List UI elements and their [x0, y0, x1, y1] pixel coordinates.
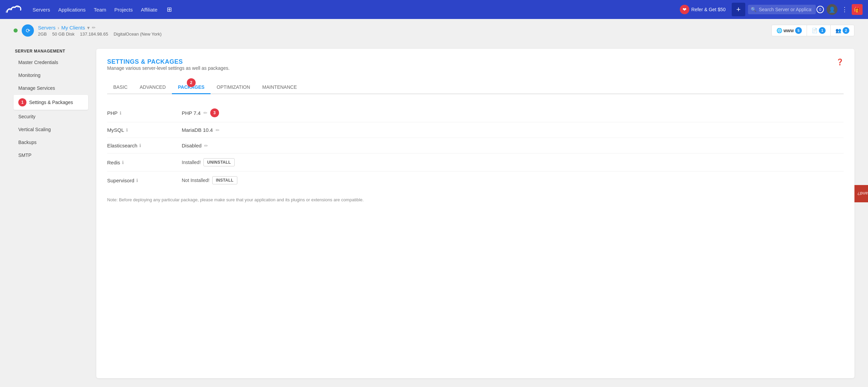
server-provider: DigitalOcean (New York) [114, 32, 162, 37]
bc-stat-users[interactable]: 👥 2 [831, 25, 854, 36]
server-ram: 2GB [38, 32, 47, 37]
tab-step-badge: 2 [187, 78, 196, 87]
pkg-val-mysql: MariaDB 10.4 ✏ [182, 127, 220, 133]
www-icon: 🌐 [776, 28, 782, 33]
supervisord-install-button[interactable]: INSTALL [212, 176, 237, 184]
sidebar-item-backups[interactable]: Backups [14, 136, 88, 148]
nav-servers[interactable]: Servers [33, 7, 50, 13]
server-ip: 137.184.98.65 [80, 32, 108, 37]
files-count: 1 [819, 27, 826, 34]
breadcrumb-area: ⟳ Servers › My Clients ▾ ✏ 2GB 50 GB Dis… [0, 19, 868, 42]
breadcrumb-chevron: › [58, 25, 59, 30]
pkg-val-elasticsearch: Disabled ✏ [182, 143, 208, 148]
server-meta: 2GB 50 GB Disk 137.184.98.65 DigitalOcea… [38, 32, 162, 37]
packages-list: PHP ℹ PHP 7.4 ✏ 3 MySQL ℹ MariaDB 10.4 ✏ [107, 104, 844, 189]
users-icon: 👥 [835, 28, 841, 33]
main-layout: Server Management Master Credentials Mon… [0, 42, 868, 385]
panel-title: SETTINGS & PACKAGES [107, 58, 230, 65]
breadcrumb-path: Servers › My Clients ▾ ✏ [38, 25, 162, 31]
panel-header: SETTINGS & PACKAGES Manage various serve… [107, 58, 844, 79]
pkg-name-php: PHP ℹ [107, 110, 182, 116]
elasticsearch-edit-icon[interactable]: ✏ [204, 143, 208, 148]
server-logo: ⟳ [22, 24, 34, 37]
more-options-button[interactable]: ⋮ [840, 4, 849, 15]
redis-uninstall-button[interactable]: UNINSTALL [203, 158, 235, 166]
search-wrap: 🔍 [748, 5, 816, 14]
search-input[interactable] [748, 5, 816, 14]
users-count: 2 [843, 27, 849, 34]
pkg-row-supervisord: Supervisord ℹ Not Installed! INSTALL [107, 171, 844, 189]
tab-maintenance[interactable]: MAINTENANCE [256, 81, 303, 94]
tab-advanced[interactable]: ADVANCED [134, 81, 172, 94]
tab-packages[interactable]: 2 PACKAGES [172, 81, 211, 94]
tab-basic[interactable]: BASIC [107, 81, 134, 94]
sidebar-item-smtp[interactable]: SMTP [14, 149, 88, 161]
user-avatar[interactable]: 👤 [827, 4, 837, 15]
redis-info-icon[interactable]: ℹ [122, 160, 124, 165]
pkg-val-php: PHP 7.4 ✏ 3 [182, 108, 219, 117]
package-note: Note: Before deploying any particular pa… [107, 195, 844, 202]
php-edit-icon[interactable]: ✏ [203, 110, 208, 116]
nav-team[interactable]: Team [94, 7, 106, 13]
logo[interactable] [5, 4, 22, 15]
pkg-row-mysql: MySQL ℹ MariaDB 10.4 ✏ [107, 122, 844, 138]
pkg-name-elasticsearch: Elasticsearch ℹ [107, 143, 182, 148]
sidebar-item-settings-packages[interactable]: 1 Settings & Packages [14, 95, 88, 110]
sidebar-item-manage-services[interactable]: Manage Services [14, 82, 88, 94]
pkg-name-supervisord: Supervisord ℹ [107, 178, 182, 183]
feedback-tab[interactable]: Need a hand? [855, 185, 868, 202]
pkg-val-redis: Installed! UNINSTALL [182, 158, 235, 166]
content-panel: SETTINGS & PACKAGES Manage various serve… [96, 49, 854, 378]
files-icon: 📄 [812, 28, 817, 33]
sidebar-item-master-credentials[interactable]: Master Credentials [14, 56, 88, 68]
sidebar-item-monitoring[interactable]: Monitoring [14, 69, 88, 81]
step-badge-1: 1 [18, 98, 26, 106]
supervisord-info-icon[interactable]: ℹ [136, 178, 138, 183]
bc-stat-www[interactable]: 🌐 www 5 [772, 25, 807, 36]
server-name-link[interactable]: My Clients [61, 25, 85, 30]
sidebar: Server Management Master Credentials Mon… [14, 49, 88, 378]
nav-affiliate[interactable]: Affiliate [141, 7, 157, 13]
breadcrumb-right: 🌐 www 5 📄 1 👥 2 [771, 25, 854, 36]
server-status-dot [14, 28, 18, 33]
navbar: Servers Applications Team Projects Affil… [0, 0, 868, 19]
mysql-info-icon[interactable]: ℹ [126, 127, 128, 133]
notification-badge[interactable]: 0 [816, 6, 824, 13]
refer-button[interactable]: ❤ Refer & Get $50 [676, 3, 729, 16]
pkg-val-supervisord: Not Installed! INSTALL [182, 176, 237, 184]
php-step-badge: 3 [210, 108, 219, 117]
bc-stat-files[interactable]: 📄 1 [807, 25, 831, 36]
server-dropdown-icon[interactable]: ▾ [87, 25, 90, 31]
add-button[interactable]: + [732, 3, 745, 16]
gift-button[interactable]: 🎁 [852, 4, 863, 15]
servers-link[interactable]: Servers [38, 25, 56, 30]
sidebar-item-security[interactable]: Security [14, 110, 88, 123]
grid-button[interactable]: ⊞ [165, 4, 173, 15]
panel-description: Manage various server-level settings as … [107, 65, 230, 71]
nav-projects[interactable]: Projects [114, 7, 133, 13]
mysql-edit-icon[interactable]: ✏ [216, 127, 220, 133]
pkg-row-elasticsearch: Elasticsearch ℹ Disabled ✏ [107, 138, 844, 154]
server-edit-icon[interactable]: ✏ [92, 25, 96, 30]
pkg-row-redis: Redis ℹ Installed! UNINSTALL [107, 154, 844, 171]
pkg-name-redis: Redis ℹ [107, 160, 182, 165]
elasticsearch-info-icon[interactable]: ℹ [139, 143, 141, 148]
sidebar-section-title: Server Management [14, 49, 88, 54]
sidebar-item-vertical-scaling[interactable]: Vertical Scaling [14, 123, 88, 136]
pkg-row-php: PHP ℹ PHP 7.4 ✏ 3 [107, 104, 844, 122]
nav-applications[interactable]: Applications [58, 7, 86, 13]
supervisord-status: Not Installed! [182, 178, 210, 183]
breadcrumb-left: ⟳ Servers › My Clients ▾ ✏ 2GB 50 GB Dis… [14, 24, 162, 37]
tab-bar: BASIC ADVANCED 2 PACKAGES OPTIMIZATION M… [107, 81, 844, 94]
www-label: www [784, 28, 794, 33]
php-info-icon[interactable]: ℹ [120, 110, 121, 116]
www-count: 5 [795, 27, 802, 34]
breadcrumb-info: Servers › My Clients ▾ ✏ 2GB 50 GB Disk … [38, 25, 162, 37]
help-icon[interactable]: ❓ [836, 58, 844, 66]
tab-optimization[interactable]: OPTIMIZATION [211, 81, 256, 94]
heart-icon: ❤ [680, 5, 689, 14]
redis-status: Installed! [182, 160, 201, 165]
server-disk: 50 GB Disk [52, 32, 75, 37]
pkg-name-mysql: MySQL ℹ [107, 127, 182, 133]
